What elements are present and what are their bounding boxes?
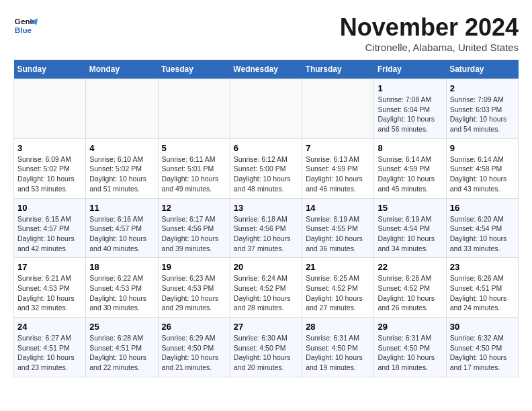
calendar-cell: 12Sunrise: 6:17 AMSunset: 4:56 PMDayligh… xyxy=(158,198,230,258)
week-row-2: 3Sunrise: 6:09 AMSunset: 5:02 PMDaylight… xyxy=(14,138,519,198)
day-info: Sunrise: 6:31 AMSunset: 4:50 PMDaylight:… xyxy=(378,333,442,373)
day-number: 14 xyxy=(306,203,370,213)
calendar-cell xyxy=(230,79,302,139)
day-number: 5 xyxy=(162,143,226,153)
calendar-cell: 17Sunrise: 6:21 AMSunset: 4:53 PMDayligh… xyxy=(14,258,86,318)
calendar-cell: 22Sunrise: 6:26 AMSunset: 4:52 PMDayligh… xyxy=(374,258,446,318)
calendar-cell: 7Sunrise: 6:13 AMSunset: 4:59 PMDaylight… xyxy=(302,138,374,198)
day-number: 12 xyxy=(162,203,226,213)
calendar-cell: 21Sunrise: 6:25 AMSunset: 4:52 PMDayligh… xyxy=(302,258,374,318)
day-number: 22 xyxy=(378,262,442,272)
calendar-cell: 2Sunrise: 7:09 AMSunset: 6:03 PMDaylight… xyxy=(446,79,518,139)
day-number: 15 xyxy=(378,203,442,213)
week-row-4: 17Sunrise: 6:21 AMSunset: 4:53 PMDayligh… xyxy=(14,258,519,318)
day-info: Sunrise: 6:29 AMSunset: 4:50 PMDaylight:… xyxy=(162,333,226,373)
calendar-cell: 9Sunrise: 6:14 AMSunset: 4:58 PMDaylight… xyxy=(446,138,518,198)
calendar-cell: 23Sunrise: 6:26 AMSunset: 4:51 PMDayligh… xyxy=(446,258,518,318)
calendar-cell: 26Sunrise: 6:29 AMSunset: 4:50 PMDayligh… xyxy=(158,318,230,377)
svg-text:Blue: Blue xyxy=(15,26,32,34)
calendar-cell: 27Sunrise: 6:30 AMSunset: 4:50 PMDayligh… xyxy=(230,318,302,377)
week-row-1: 1Sunrise: 7:08 AMSunset: 6:04 PMDaylight… xyxy=(14,79,519,139)
day-number: 10 xyxy=(17,203,82,213)
day-number: 20 xyxy=(234,262,298,272)
day-info: Sunrise: 6:19 AMSunset: 4:54 PMDaylight:… xyxy=(378,214,442,254)
day-number: 24 xyxy=(17,322,82,332)
day-info: Sunrise: 6:15 AMSunset: 4:57 PMDaylight:… xyxy=(17,214,82,254)
day-number: 7 xyxy=(306,143,370,153)
week-row-5: 24Sunrise: 6:27 AMSunset: 4:51 PMDayligh… xyxy=(14,318,519,377)
day-number: 13 xyxy=(234,203,298,213)
calendar-table: SundayMondayTuesdayWednesdayThursdayFrid… xyxy=(13,60,519,377)
day-number: 16 xyxy=(450,203,515,213)
day-info: Sunrise: 6:31 AMSunset: 4:50 PMDaylight:… xyxy=(306,333,370,373)
day-info: Sunrise: 6:14 AMSunset: 4:58 PMDaylight:… xyxy=(450,154,515,194)
calendar-cell: 14Sunrise: 6:19 AMSunset: 4:55 PMDayligh… xyxy=(302,198,374,258)
calendar-cell: 3Sunrise: 6:09 AMSunset: 5:02 PMDaylight… xyxy=(14,138,86,198)
calendar-cell: 20Sunrise: 6:24 AMSunset: 4:52 PMDayligh… xyxy=(230,258,302,318)
day-number: 21 xyxy=(306,262,370,272)
day-number: 28 xyxy=(306,322,370,332)
day-info: Sunrise: 6:17 AMSunset: 4:56 PMDaylight:… xyxy=(162,214,226,254)
calendar-title: November 2024 xyxy=(340,13,519,42)
day-number: 3 xyxy=(17,143,82,153)
calendar-cell: 15Sunrise: 6:19 AMSunset: 4:54 PMDayligh… xyxy=(374,198,446,258)
calendar-cell: 1Sunrise: 7:08 AMSunset: 6:04 PMDaylight… xyxy=(374,79,446,139)
calendar-cell: 4Sunrise: 6:10 AMSunset: 5:02 PMDaylight… xyxy=(86,138,158,198)
title-section: November 2024 Citronelle, Alabama, Unite… xyxy=(340,13,519,53)
calendar-cell: 8Sunrise: 6:14 AMSunset: 4:59 PMDaylight… xyxy=(374,138,446,198)
calendar-cell: 13Sunrise: 6:18 AMSunset: 4:56 PMDayligh… xyxy=(230,198,302,258)
calendar-cell xyxy=(158,79,230,139)
day-info: Sunrise: 6:14 AMSunset: 4:59 PMDaylight:… xyxy=(378,154,442,194)
day-number: 19 xyxy=(162,262,226,272)
day-info: Sunrise: 6:18 AMSunset: 4:56 PMDaylight:… xyxy=(234,214,298,254)
calendar-cell: 29Sunrise: 6:31 AMSunset: 4:50 PMDayligh… xyxy=(374,318,446,377)
day-info: Sunrise: 6:09 AMSunset: 5:02 PMDaylight:… xyxy=(17,154,82,194)
day-info: Sunrise: 7:08 AMSunset: 6:04 PMDaylight:… xyxy=(378,95,442,134)
day-number: 6 xyxy=(234,143,298,153)
day-info: Sunrise: 6:16 AMSunset: 4:57 PMDaylight:… xyxy=(89,214,154,254)
logo: General Blue xyxy=(13,13,38,38)
day-info: Sunrise: 6:32 AMSunset: 4:50 PMDaylight:… xyxy=(450,333,515,373)
day-number: 1 xyxy=(378,83,442,93)
day-info: Sunrise: 6:10 AMSunset: 5:02 PMDaylight:… xyxy=(89,154,154,194)
day-number: 26 xyxy=(162,322,226,332)
weekday-header-tuesday: Tuesday xyxy=(158,60,230,79)
day-info: Sunrise: 6:20 AMSunset: 4:54 PMDaylight:… xyxy=(450,214,515,254)
calendar-cell: 5Sunrise: 6:11 AMSunset: 5:01 PMDaylight… xyxy=(158,138,230,198)
day-info: Sunrise: 6:26 AMSunset: 4:52 PMDaylight:… xyxy=(378,273,442,313)
day-number: 11 xyxy=(89,203,154,213)
day-info: Sunrise: 6:24 AMSunset: 4:52 PMDaylight:… xyxy=(234,273,298,313)
day-info: Sunrise: 7:09 AMSunset: 6:03 PMDaylight:… xyxy=(450,95,515,134)
day-info: Sunrise: 6:27 AMSunset: 4:51 PMDaylight:… xyxy=(17,333,82,373)
day-number: 8 xyxy=(378,143,442,153)
day-info: Sunrise: 6:22 AMSunset: 4:53 PMDaylight:… xyxy=(89,273,154,313)
day-number: 25 xyxy=(89,322,154,332)
calendar-cell xyxy=(14,79,86,139)
calendar-cell xyxy=(86,79,158,139)
weekday-header-wednesday: Wednesday xyxy=(230,60,302,79)
day-info: Sunrise: 6:30 AMSunset: 4:50 PMDaylight:… xyxy=(234,333,298,373)
day-number: 2 xyxy=(450,83,515,93)
day-number: 30 xyxy=(450,322,515,332)
day-info: Sunrise: 6:26 AMSunset: 4:51 PMDaylight:… xyxy=(450,273,515,313)
calendar-cell: 28Sunrise: 6:31 AMSunset: 4:50 PMDayligh… xyxy=(302,318,374,377)
calendar-cell: 11Sunrise: 6:16 AMSunset: 4:57 PMDayligh… xyxy=(86,198,158,258)
week-row-3: 10Sunrise: 6:15 AMSunset: 4:57 PMDayligh… xyxy=(14,198,519,258)
weekday-header-row: SundayMondayTuesdayWednesdayThursdayFrid… xyxy=(14,60,519,79)
day-number: 29 xyxy=(378,322,442,332)
calendar-cell: 16Sunrise: 6:20 AMSunset: 4:54 PMDayligh… xyxy=(446,198,518,258)
page-header: General Blue November 2024 Citronelle, A… xyxy=(13,13,519,53)
logo-icon: General Blue xyxy=(13,13,38,38)
day-info: Sunrise: 6:21 AMSunset: 4:53 PMDaylight:… xyxy=(17,273,82,313)
weekday-header-thursday: Thursday xyxy=(302,60,374,79)
weekday-header-friday: Friday xyxy=(374,60,446,79)
day-info: Sunrise: 6:11 AMSunset: 5:01 PMDaylight:… xyxy=(162,154,226,194)
day-number: 9 xyxy=(450,143,515,153)
calendar-cell: 10Sunrise: 6:15 AMSunset: 4:57 PMDayligh… xyxy=(14,198,86,258)
weekday-header-sunday: Sunday xyxy=(14,60,86,79)
day-number: 4 xyxy=(89,143,154,153)
calendar-cell: 24Sunrise: 6:27 AMSunset: 4:51 PMDayligh… xyxy=(14,318,86,377)
calendar-cell: 6Sunrise: 6:12 AMSunset: 5:00 PMDaylight… xyxy=(230,138,302,198)
calendar-cell: 30Sunrise: 6:32 AMSunset: 4:50 PMDayligh… xyxy=(446,318,518,377)
day-info: Sunrise: 6:12 AMSunset: 5:00 PMDaylight:… xyxy=(234,154,298,194)
